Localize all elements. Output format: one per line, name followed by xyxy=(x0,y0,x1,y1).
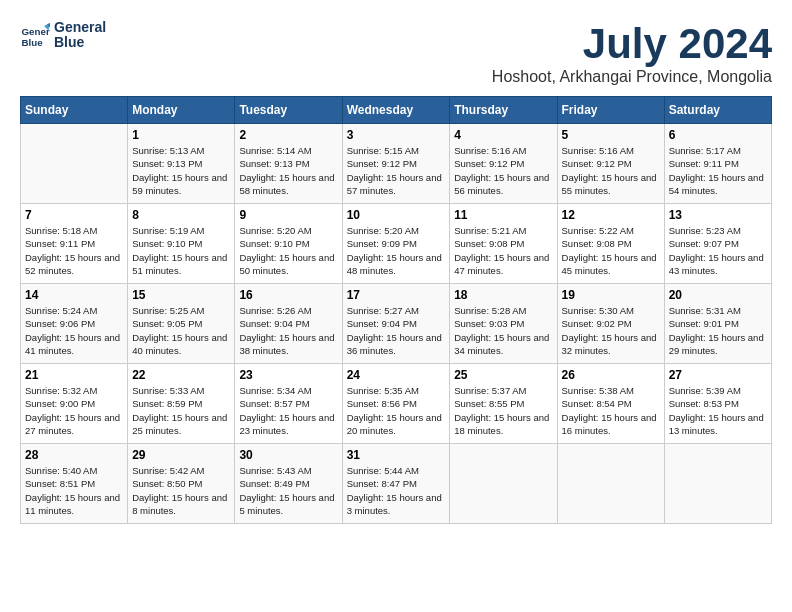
day-info: Sunrise: 5:13 AM Sunset: 9:13 PM Dayligh… xyxy=(132,144,230,197)
day-number: 6 xyxy=(669,128,767,142)
calendar-body: 1Sunrise: 5:13 AM Sunset: 9:13 PM Daylig… xyxy=(21,124,772,524)
day-info: Sunrise: 5:15 AM Sunset: 9:12 PM Dayligh… xyxy=(347,144,446,197)
calendar-cell: 1Sunrise: 5:13 AM Sunset: 9:13 PM Daylig… xyxy=(128,124,235,204)
day-number: 10 xyxy=(347,208,446,222)
calendar-cell: 11Sunrise: 5:21 AM Sunset: 9:08 PM Dayli… xyxy=(450,204,557,284)
logo-line1: General xyxy=(54,20,106,35)
day-number: 12 xyxy=(562,208,660,222)
day-number: 24 xyxy=(347,368,446,382)
calendar-cell xyxy=(450,444,557,524)
day-number: 7 xyxy=(25,208,123,222)
weekday-header: Sunday xyxy=(21,97,128,124)
calendar-cell: 23Sunrise: 5:34 AM Sunset: 8:57 PM Dayli… xyxy=(235,364,342,444)
day-info: Sunrise: 5:39 AM Sunset: 8:53 PM Dayligh… xyxy=(669,384,767,437)
day-info: Sunrise: 5:24 AM Sunset: 9:06 PM Dayligh… xyxy=(25,304,123,357)
day-number: 1 xyxy=(132,128,230,142)
calendar-week-row: 1Sunrise: 5:13 AM Sunset: 9:13 PM Daylig… xyxy=(21,124,772,204)
calendar-week-row: 28Sunrise: 5:40 AM Sunset: 8:51 PM Dayli… xyxy=(21,444,772,524)
weekday-header: Friday xyxy=(557,97,664,124)
day-number: 26 xyxy=(562,368,660,382)
calendar-cell: 10Sunrise: 5:20 AM Sunset: 9:09 PM Dayli… xyxy=(342,204,450,284)
svg-text:Blue: Blue xyxy=(22,37,44,48)
day-number: 17 xyxy=(347,288,446,302)
day-info: Sunrise: 5:17 AM Sunset: 9:11 PM Dayligh… xyxy=(669,144,767,197)
location-title: Hoshoot, Arkhangai Province, Mongolia xyxy=(492,68,772,86)
calendar-cell: 20Sunrise: 5:31 AM Sunset: 9:01 PM Dayli… xyxy=(664,284,771,364)
calendar-cell: 9Sunrise: 5:20 AM Sunset: 9:10 PM Daylig… xyxy=(235,204,342,284)
day-number: 18 xyxy=(454,288,552,302)
day-number: 20 xyxy=(669,288,767,302)
month-title: July 2024 xyxy=(492,20,772,68)
day-info: Sunrise: 5:20 AM Sunset: 9:10 PM Dayligh… xyxy=(239,224,337,277)
day-number: 31 xyxy=(347,448,446,462)
day-number: 13 xyxy=(669,208,767,222)
calendar-cell: 27Sunrise: 5:39 AM Sunset: 8:53 PM Dayli… xyxy=(664,364,771,444)
calendar-cell: 25Sunrise: 5:37 AM Sunset: 8:55 PM Dayli… xyxy=(450,364,557,444)
day-number: 23 xyxy=(239,368,337,382)
calendar-cell: 14Sunrise: 5:24 AM Sunset: 9:06 PM Dayli… xyxy=(21,284,128,364)
day-number: 25 xyxy=(454,368,552,382)
day-number: 9 xyxy=(239,208,337,222)
calendar-cell: 7Sunrise: 5:18 AM Sunset: 9:11 PM Daylig… xyxy=(21,204,128,284)
day-info: Sunrise: 5:31 AM Sunset: 9:01 PM Dayligh… xyxy=(669,304,767,357)
day-info: Sunrise: 5:23 AM Sunset: 9:07 PM Dayligh… xyxy=(669,224,767,277)
day-number: 14 xyxy=(25,288,123,302)
day-info: Sunrise: 5:16 AM Sunset: 9:12 PM Dayligh… xyxy=(454,144,552,197)
calendar-cell: 4Sunrise: 5:16 AM Sunset: 9:12 PM Daylig… xyxy=(450,124,557,204)
page-header: General Blue General Blue July 2024 Hosh… xyxy=(20,20,772,86)
calendar-cell: 31Sunrise: 5:44 AM Sunset: 8:47 PM Dayli… xyxy=(342,444,450,524)
day-number: 15 xyxy=(132,288,230,302)
calendar-cell: 17Sunrise: 5:27 AM Sunset: 9:04 PM Dayli… xyxy=(342,284,450,364)
title-area: July 2024 Hoshoot, Arkhangai Province, M… xyxy=(492,20,772,86)
calendar-cell xyxy=(21,124,128,204)
day-number: 27 xyxy=(669,368,767,382)
calendar-cell: 30Sunrise: 5:43 AM Sunset: 8:49 PM Dayli… xyxy=(235,444,342,524)
day-number: 16 xyxy=(239,288,337,302)
weekday-header: Monday xyxy=(128,97,235,124)
day-info: Sunrise: 5:20 AM Sunset: 9:09 PM Dayligh… xyxy=(347,224,446,277)
day-info: Sunrise: 5:16 AM Sunset: 9:12 PM Dayligh… xyxy=(562,144,660,197)
header-row: SundayMondayTuesdayWednesdayThursdayFrid… xyxy=(21,97,772,124)
calendar-cell: 18Sunrise: 5:28 AM Sunset: 9:03 PM Dayli… xyxy=(450,284,557,364)
day-number: 2 xyxy=(239,128,337,142)
weekday-header: Thursday xyxy=(450,97,557,124)
calendar-cell: 2Sunrise: 5:14 AM Sunset: 9:13 PM Daylig… xyxy=(235,124,342,204)
calendar-week-row: 7Sunrise: 5:18 AM Sunset: 9:11 PM Daylig… xyxy=(21,204,772,284)
calendar-cell xyxy=(557,444,664,524)
day-info: Sunrise: 5:30 AM Sunset: 9:02 PM Dayligh… xyxy=(562,304,660,357)
day-number: 19 xyxy=(562,288,660,302)
day-info: Sunrise: 5:19 AM Sunset: 9:10 PM Dayligh… xyxy=(132,224,230,277)
calendar-cell xyxy=(664,444,771,524)
day-info: Sunrise: 5:27 AM Sunset: 9:04 PM Dayligh… xyxy=(347,304,446,357)
day-info: Sunrise: 5:18 AM Sunset: 9:11 PM Dayligh… xyxy=(25,224,123,277)
calendar-cell: 19Sunrise: 5:30 AM Sunset: 9:02 PM Dayli… xyxy=(557,284,664,364)
day-info: Sunrise: 5:26 AM Sunset: 9:04 PM Dayligh… xyxy=(239,304,337,357)
day-info: Sunrise: 5:21 AM Sunset: 9:08 PM Dayligh… xyxy=(454,224,552,277)
day-number: 4 xyxy=(454,128,552,142)
day-info: Sunrise: 5:28 AM Sunset: 9:03 PM Dayligh… xyxy=(454,304,552,357)
weekday-header: Wednesday xyxy=(342,97,450,124)
day-info: Sunrise: 5:25 AM Sunset: 9:05 PM Dayligh… xyxy=(132,304,230,357)
day-number: 11 xyxy=(454,208,552,222)
logo-line2: Blue xyxy=(54,35,106,50)
calendar-cell: 13Sunrise: 5:23 AM Sunset: 9:07 PM Dayli… xyxy=(664,204,771,284)
calendar-cell: 22Sunrise: 5:33 AM Sunset: 8:59 PM Dayli… xyxy=(128,364,235,444)
calendar-cell: 8Sunrise: 5:19 AM Sunset: 9:10 PM Daylig… xyxy=(128,204,235,284)
day-number: 22 xyxy=(132,368,230,382)
day-info: Sunrise: 5:34 AM Sunset: 8:57 PM Dayligh… xyxy=(239,384,337,437)
logo-text: General Blue xyxy=(54,20,106,51)
logo-icon: General Blue xyxy=(20,20,50,50)
day-number: 30 xyxy=(239,448,337,462)
day-info: Sunrise: 5:33 AM Sunset: 8:59 PM Dayligh… xyxy=(132,384,230,437)
day-info: Sunrise: 5:42 AM Sunset: 8:50 PM Dayligh… xyxy=(132,464,230,517)
day-info: Sunrise: 5:44 AM Sunset: 8:47 PM Dayligh… xyxy=(347,464,446,517)
day-info: Sunrise: 5:22 AM Sunset: 9:08 PM Dayligh… xyxy=(562,224,660,277)
day-number: 28 xyxy=(25,448,123,462)
day-info: Sunrise: 5:14 AM Sunset: 9:13 PM Dayligh… xyxy=(239,144,337,197)
calendar-cell: 29Sunrise: 5:42 AM Sunset: 8:50 PM Dayli… xyxy=(128,444,235,524)
calendar-week-row: 21Sunrise: 5:32 AM Sunset: 9:00 PM Dayli… xyxy=(21,364,772,444)
calendar-cell: 6Sunrise: 5:17 AM Sunset: 9:11 PM Daylig… xyxy=(664,124,771,204)
logo: General Blue General Blue xyxy=(20,20,106,51)
calendar-cell: 12Sunrise: 5:22 AM Sunset: 9:08 PM Dayli… xyxy=(557,204,664,284)
day-info: Sunrise: 5:40 AM Sunset: 8:51 PM Dayligh… xyxy=(25,464,123,517)
